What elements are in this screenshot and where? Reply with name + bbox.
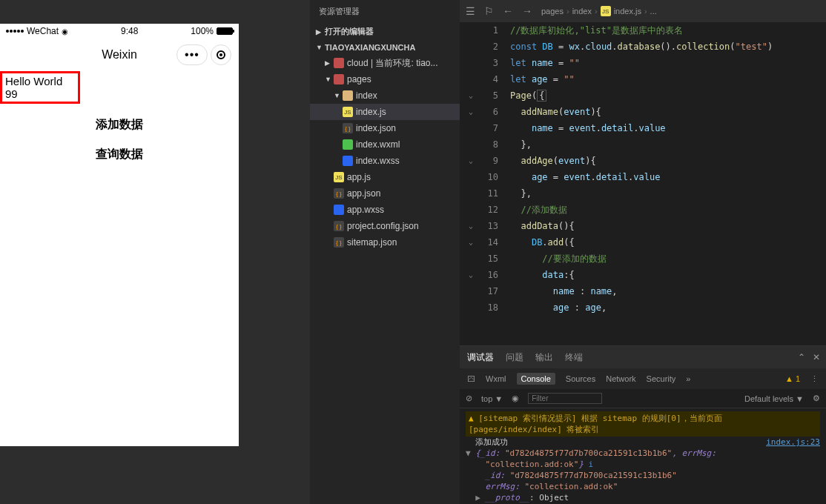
code-line[interactable]: //要添加的数据 xyxy=(504,251,826,267)
battery-percent: 100% xyxy=(191,26,214,36)
tree-folder-pages[interactable]: ▼pages xyxy=(310,71,460,87)
console-toolbar: ⊘ top ▼ ◉ Default levels ▼ ⚙ xyxy=(460,389,826,408)
tree-file-projectconfig[interactable]: { }project.config.json xyxy=(310,218,460,234)
code-line[interactable]: addName(event){ xyxy=(504,104,826,120)
settings-icon[interactable]: ⚙ xyxy=(813,394,820,403)
debug-tabs: 调试器 问题 输出 终端 ⌃ ✕ xyxy=(460,346,826,368)
code-editor[interactable]: ⌄⌄⌄⌄⌄⌄ 123456789101112131415161718 //数据库… xyxy=(460,22,826,345)
folder-icon xyxy=(334,58,344,68)
code-line[interactable]: Page({ xyxy=(504,87,826,104)
js-icon: JS xyxy=(334,172,344,182)
code-line[interactable]: let age = "" xyxy=(504,71,826,87)
inspect-icon[interactable]: ⮹ xyxy=(467,374,475,383)
code-line[interactable]: //数据库初始化,"list"是数据库中的表名 xyxy=(504,22,826,39)
tree-file-indexwxml[interactable]: index.wxml xyxy=(310,136,460,153)
nav-title: Weixin xyxy=(102,48,137,62)
wifi-icon: ◉ xyxy=(62,27,68,36)
code-line[interactable]: }, xyxy=(504,136,826,153)
tab-terminal[interactable]: 终端 xyxy=(565,351,583,364)
code-line[interactable]: age : age, xyxy=(504,299,826,316)
hello-text: Hello World xyxy=(5,75,75,87)
source-link[interactable]: index.js:23 xyxy=(766,437,820,448)
tab-debugger[interactable]: 调试器 xyxy=(467,351,494,364)
code-line[interactable]: data:{ xyxy=(504,267,826,283)
tree-file-indexwxss[interactable]: index.wxss xyxy=(310,153,460,169)
tree-file-appjs[interactable]: JSapp.js xyxy=(310,169,460,185)
signal-icon xyxy=(6,30,24,33)
json-icon: { } xyxy=(334,188,344,199)
code-line[interactable]: DB.add({ xyxy=(504,234,826,251)
console-prop: _id: "d782d4875f77d7b700ca21591c13b1b6" xyxy=(466,470,820,481)
code-line[interactable]: name : name, xyxy=(504,283,826,299)
code-line[interactable]: addAge(event){ xyxy=(504,153,826,169)
battery-icon xyxy=(217,27,233,35)
log-levels-selector[interactable]: Default levels ▼ xyxy=(744,394,804,403)
tab-wxml[interactable]: Wxml xyxy=(486,374,506,383)
code-line[interactable]: let name = "" xyxy=(504,55,826,71)
num-text: 99 xyxy=(5,87,75,100)
simulator-panel: WeChat ◉ 9:48 100% Weixin ••• Hello Worl xyxy=(0,0,310,504)
code-line[interactable]: //添加数据 xyxy=(504,202,826,218)
console-proto[interactable]: ▶ __proto__: Object xyxy=(466,492,820,503)
bookmark-icon[interactable]: ⚐ xyxy=(484,5,494,17)
menu-icon[interactable]: ☰ xyxy=(466,5,475,17)
code-line[interactable]: addData(){ xyxy=(504,218,826,234)
code-line[interactable]: const DB = wx.cloud.database().collectio… xyxy=(504,39,826,55)
back-icon[interactable]: ← xyxy=(503,5,513,17)
time-label: 9:48 xyxy=(121,26,138,36)
tree-file-indexjson[interactable]: { }index.json xyxy=(310,120,460,136)
more-tabs-icon[interactable]: » xyxy=(686,374,690,383)
highlight-box: Hello World 99 xyxy=(0,71,80,104)
console-output[interactable]: ▲ [sitemap 索引情况提示] 根据 sitemap 的规则[0]，当前页… xyxy=(460,408,826,504)
status-bar: WeChat ◉ 9:48 100% xyxy=(0,24,239,39)
forward-icon[interactable]: → xyxy=(522,5,532,17)
code-line[interactable]: name = event.detail.value xyxy=(504,120,826,136)
tab-network[interactable]: Network xyxy=(606,374,635,383)
tab-sources[interactable]: Sources xyxy=(566,374,595,383)
explorer-title: 资源管理器 xyxy=(310,0,460,23)
wxss-icon xyxy=(334,205,344,215)
add-data-button[interactable]: 添加数据 xyxy=(64,113,175,136)
query-data-button[interactable]: 查询数据 xyxy=(64,142,175,166)
json-icon: { } xyxy=(343,123,353,133)
tab-problems[interactable]: 问题 xyxy=(506,351,523,364)
clear-console-icon[interactable]: ⊘ xyxy=(466,394,472,403)
target-icon xyxy=(217,50,225,59)
tree-file-appwxss[interactable]: app.wxss xyxy=(310,202,460,218)
warning-badge[interactable]: ▲ 1 xyxy=(785,374,800,383)
tab-output[interactable]: 输出 xyxy=(535,351,553,364)
app-content: Hello World 99 添加数据 查询数据 xyxy=(0,71,239,166)
context-selector[interactable]: top ▼ xyxy=(481,394,503,403)
close-miniprogram-button[interactable] xyxy=(211,44,231,65)
nav-bar: Weixin ••• xyxy=(0,39,239,71)
project-section[interactable]: ▼TIAOYAXIANGXUNCHA xyxy=(310,40,460,55)
tree-file-indexjs[interactable]: JSindex.js xyxy=(310,104,460,120)
code-line[interactable]: }, xyxy=(504,185,826,202)
phone-frame: WeChat ◉ 9:48 100% Weixin ••• Hello Worl xyxy=(0,24,239,446)
tab-security[interactable]: Security xyxy=(647,374,676,383)
tree-folder-index[interactable]: ▼index xyxy=(310,87,460,104)
menu-icon[interactable]: ⋮ xyxy=(810,374,819,384)
console-log: 添加成功index.js:23 xyxy=(466,437,820,448)
breadcrumb[interactable]: pages› index› JS index.js› ... xyxy=(541,6,657,16)
explorer-panel: 资源管理器 ▶打开的编辑器 ▼TIAOYAXIANGXUNCHA ▶cloud … xyxy=(310,0,460,504)
more-button[interactable]: ••• xyxy=(176,44,208,65)
tab-console[interactable]: Console xyxy=(517,373,555,385)
console-object[interactable]: ▼ {_id: "d782d4875f77d7b700ca21591c13b1b… xyxy=(466,448,820,470)
filter-input[interactable] xyxy=(528,393,602,404)
code-line[interactable]: age = event.detail.value xyxy=(504,169,826,185)
close-icon[interactable]: ✕ xyxy=(813,352,820,362)
chevron-up-icon[interactable]: ⌃ xyxy=(798,352,805,362)
folder-icon xyxy=(343,90,353,101)
console-prop: errMsg: "collection.add:ok" xyxy=(466,481,820,492)
wxml-icon xyxy=(343,139,353,150)
debugger-panel: 调试器 问题 输出 终端 ⌃ ✕ ⮹ Wxml Console Sources … xyxy=(460,345,826,504)
js-icon: JS xyxy=(601,6,611,16)
wxss-icon xyxy=(343,156,353,166)
open-editors-section[interactable]: ▶打开的编辑器 xyxy=(310,23,460,40)
tree-folder-cloud[interactable]: ▶cloud | 当前环境: tiao... xyxy=(310,55,460,71)
tree-file-sitemap[interactable]: { }sitemap.json xyxy=(310,234,460,251)
js-icon: JS xyxy=(343,107,353,117)
live-expression-icon[interactable]: ◉ xyxy=(512,394,519,403)
tree-file-appjson[interactable]: { }app.json xyxy=(310,185,460,202)
